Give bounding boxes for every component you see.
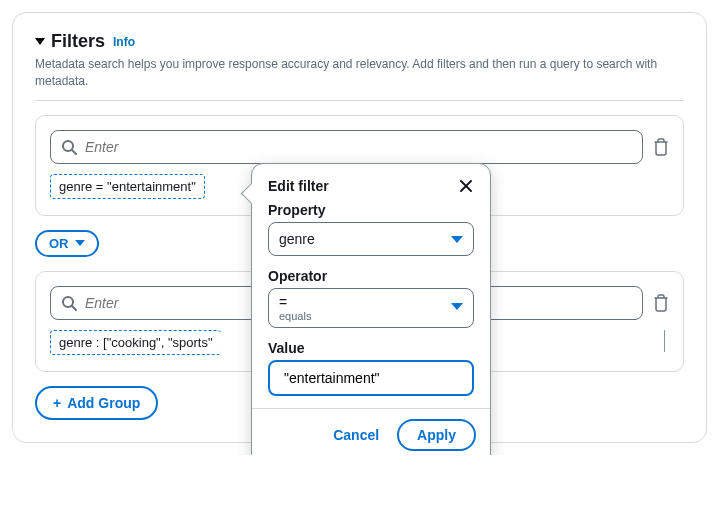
value-input[interactable] <box>284 370 459 386</box>
search-icon <box>61 139 77 155</box>
value-label: Value <box>268 340 474 356</box>
filters-panel: Filters Info Metadata search helps you i… <box>12 12 707 443</box>
filters-description: Metadata search helps you improve respon… <box>35 56 684 90</box>
or-connector[interactable]: OR <box>35 230 99 257</box>
cancel-button[interactable]: Cancel <box>325 421 387 449</box>
delete-group-icon[interactable] <box>653 294 669 312</box>
chevron-down-icon <box>75 240 85 246</box>
operator-select[interactable]: = equals <box>268 288 474 328</box>
add-group-button[interactable]: + Add Group <box>35 386 158 420</box>
filter-chip[interactable]: genre : ["cooking", "sports" <box>50 330 221 355</box>
filters-title: Filters <box>51 31 105 52</box>
filter-search-input[interactable] <box>85 139 632 155</box>
divider <box>35 100 684 101</box>
property-select[interactable]: genre <box>268 222 474 256</box>
chevron-down-icon <box>451 236 463 243</box>
operator-label: Operator <box>268 268 474 284</box>
property-label: Property <box>268 202 474 218</box>
info-link[interactable]: Info <box>113 35 135 49</box>
filter-chip[interactable]: genre = "entertainment" <box>50 174 205 199</box>
filter-search[interactable] <box>50 130 643 164</box>
edit-filter-popover: Edit filter Property genre Operator = eq… <box>251 163 491 455</box>
plus-icon: + <box>53 395 61 411</box>
operator-description: equals <box>279 310 463 322</box>
filters-header[interactable]: Filters Info <box>35 31 684 52</box>
property-value: genre <box>279 231 315 247</box>
svg-line-1 <box>72 150 76 154</box>
close-icon[interactable] <box>458 178 474 194</box>
apply-button[interactable]: Apply <box>397 419 476 451</box>
or-label: OR <box>49 236 69 251</box>
chevron-down-icon <box>451 303 463 310</box>
collapse-icon <box>35 38 45 45</box>
delete-group-icon[interactable] <box>653 138 669 156</box>
separator <box>664 330 665 352</box>
operator-value: = <box>279 294 463 310</box>
value-input-wrapper[interactable] <box>268 360 474 396</box>
search-icon <box>61 295 77 311</box>
popover-title: Edit filter <box>268 178 329 194</box>
add-group-label: Add Group <box>67 395 140 411</box>
svg-line-3 <box>72 306 76 310</box>
